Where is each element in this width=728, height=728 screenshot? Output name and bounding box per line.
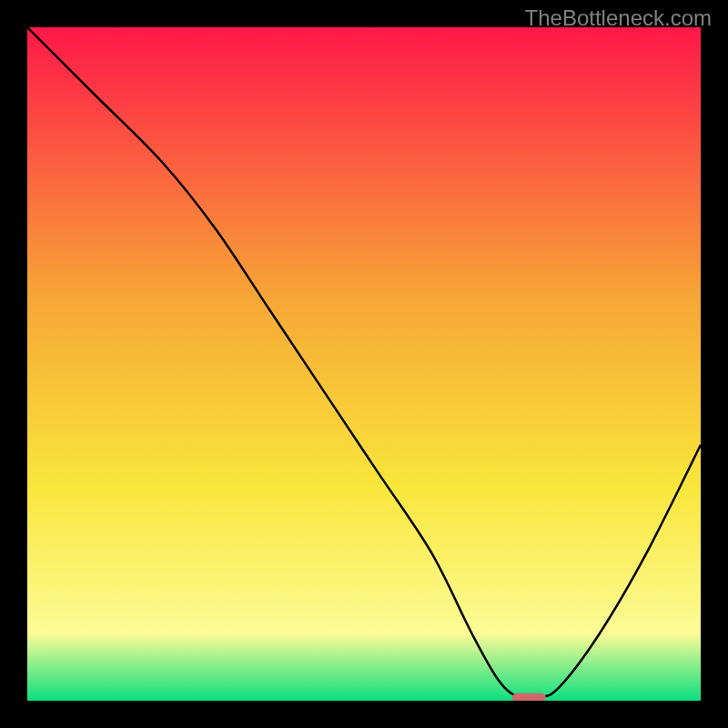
chart-svg — [27, 27, 701, 701]
watermark-text: TheBottleneck.com — [525, 5, 712, 31]
optimal-marker — [512, 693, 546, 701]
